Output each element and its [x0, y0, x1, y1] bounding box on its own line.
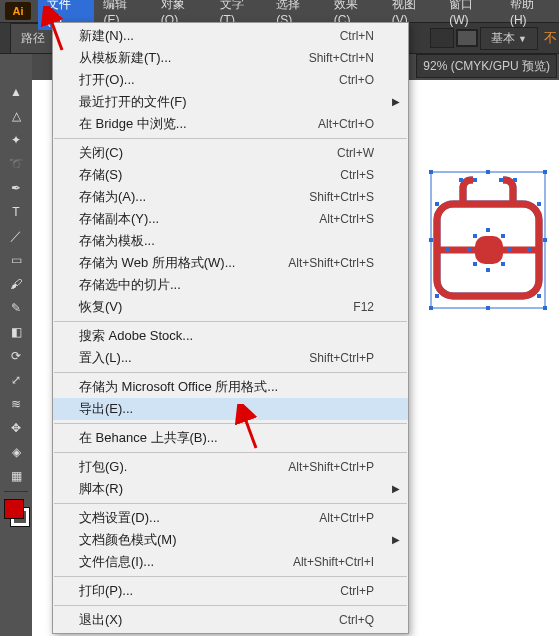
- menu-item[interactable]: 新建(N)...Ctrl+N: [53, 25, 408, 47]
- menu-item[interactable]: 关闭(C)Ctrl+W: [53, 142, 408, 164]
- type-tool-icon[interactable]: T: [2, 200, 30, 224]
- menu-item[interactable]: 在 Bridge 中浏览...Alt+Ctrl+O: [53, 113, 408, 135]
- menu-item[interactable]: 存储选中的切片...: [53, 274, 408, 296]
- svg-rect-26: [473, 262, 477, 266]
- menu-shortcut: Shift+Ctrl+S: [309, 188, 374, 206]
- menu-shortcut: Alt+Ctrl+P: [319, 509, 374, 527]
- fill-stroke-control[interactable]: [2, 497, 30, 527]
- toolbar-divider: [4, 491, 28, 492]
- rotate-tool-icon[interactable]: ⟳: [2, 344, 30, 368]
- svg-rect-22: [445, 248, 449, 252]
- fill-swatch[interactable]: [430, 28, 454, 48]
- svg-rect-25: [501, 234, 505, 238]
- submenu-arrow-icon: ▶: [392, 93, 400, 111]
- menu-item[interactable]: 存储为 Web 所用格式(W)...Alt+Shift+Ctrl+S: [53, 252, 408, 274]
- selection-tool-icon[interactable]: ▲: [2, 80, 30, 104]
- menu-item[interactable]: 存储为模板...: [53, 230, 408, 252]
- svg-rect-13: [543, 306, 547, 310]
- menu-item-label: 最近打开的文件(F): [79, 93, 378, 111]
- menu-item-label: 打印(P)...: [79, 582, 340, 600]
- menu-item[interactable]: 打包(G).Alt+Shift+Ctrl+P: [53, 456, 408, 478]
- menu-separator: [54, 321, 407, 322]
- menu-item[interactable]: 文档设置(D)...Alt+Ctrl+P: [53, 507, 408, 529]
- perspective-tool-icon[interactable]: ▦: [2, 464, 30, 488]
- menu-item[interactable]: 存储为(A)...Shift+Ctrl+S: [53, 186, 408, 208]
- menu-item[interactable]: 文档颜色模式(M)▶: [53, 529, 408, 551]
- line-tool-icon[interactable]: ／: [2, 224, 30, 248]
- menu-item[interactable]: 脚本(R)▶: [53, 478, 408, 500]
- lasso-tool-icon[interactable]: ➰: [2, 152, 30, 176]
- menu-shortcut: Alt+Ctrl+S: [319, 210, 374, 228]
- file-menu-dropdown: 新建(N)...Ctrl+N从模板新建(T)...Shift+Ctrl+N打开(…: [52, 22, 409, 634]
- menu-separator: [54, 503, 407, 504]
- svg-rect-8: [543, 170, 547, 174]
- menu-item[interactable]: 文件信息(I)...Alt+Shift+Ctrl+I: [53, 551, 408, 573]
- menu-item-label: 关闭(C): [79, 144, 337, 162]
- menubar: Ai 文件(F)编辑(E)对象(O)文字(T)选择(S)效果(C)视图(V)窗口…: [0, 0, 559, 22]
- menu-separator: [54, 423, 407, 424]
- menu-item-label: 文档颜色模式(M): [79, 531, 378, 549]
- menu-item[interactable]: 导出(E)...: [53, 398, 408, 420]
- menu-item-label: 在 Behance 上共享(B)...: [79, 429, 378, 447]
- pen-tool-icon[interactable]: ✒: [2, 176, 30, 200]
- menu-item[interactable]: 存储(S)Ctrl+S: [53, 164, 408, 186]
- menu-item-label: 存储为模板...: [79, 232, 378, 250]
- menu-separator: [54, 605, 407, 606]
- svg-rect-23: [527, 248, 531, 252]
- scale-tool-icon[interactable]: ⤢: [2, 368, 30, 392]
- menu-shortcut: Shift+Ctrl+N: [309, 49, 374, 67]
- menu-shortcut: Ctrl+S: [340, 166, 374, 184]
- svg-rect-14: [459, 178, 463, 182]
- direct-selection-tool-icon[interactable]: △: [2, 104, 30, 128]
- menu-shortcut: Alt+Ctrl+O: [318, 115, 374, 133]
- menu-shortcut: Ctrl+Q: [339, 611, 374, 629]
- menu-item[interactable]: 存储副本(Y)...Alt+Ctrl+S: [53, 208, 408, 230]
- width-tool-icon[interactable]: ≋: [2, 392, 30, 416]
- menu-item[interactable]: 打印(P)...Ctrl+P: [53, 580, 408, 602]
- menu-item-label: 新建(N)...: [79, 27, 340, 45]
- menu-item-label: 搜索 Adobe Stock...: [79, 327, 378, 345]
- menubar-item[interactable]: 帮助(H): [501, 0, 559, 30]
- menu-separator: [54, 452, 407, 453]
- menu-item[interactable]: 在 Behance 上共享(B)...: [53, 427, 408, 449]
- stroke-swatch[interactable]: [456, 29, 478, 47]
- svg-rect-9: [429, 238, 433, 242]
- menu-item[interactable]: 恢复(V)F12: [53, 296, 408, 318]
- svg-rect-29: [486, 268, 490, 272]
- menu-item-label: 打包(G).: [79, 458, 288, 476]
- pencil-tool-icon[interactable]: ✎: [2, 296, 30, 320]
- svg-rect-18: [435, 202, 439, 206]
- menu-separator: [54, 576, 407, 577]
- shape-builder-tool-icon[interactable]: ◈: [2, 440, 30, 464]
- menu-item-label: 退出(X): [79, 611, 339, 629]
- magic-wand-tool-icon[interactable]: ✦: [2, 128, 30, 152]
- svg-rect-7: [486, 170, 490, 174]
- menu-item[interactable]: 置入(L)...Shift+Ctrl+P: [53, 347, 408, 369]
- submenu-arrow-icon: ▶: [392, 480, 400, 498]
- menu-item[interactable]: 最近打开的文件(F)▶: [53, 91, 408, 113]
- menu-separator: [54, 138, 407, 139]
- menu-item-label: 脚本(R): [79, 480, 378, 498]
- free-transform-tool-icon[interactable]: ✥: [2, 416, 30, 440]
- paintbrush-tool-icon[interactable]: 🖌: [2, 272, 30, 296]
- style-dropdown[interactable]: 基本 ▼: [480, 27, 538, 50]
- menu-item[interactable]: 搜索 Adobe Stock...: [53, 325, 408, 347]
- menu-item[interactable]: 存储为 Microsoft Office 所用格式...: [53, 376, 408, 398]
- menu-shortcut: Alt+Shift+Ctrl+P: [288, 458, 374, 476]
- svg-rect-12: [486, 306, 490, 310]
- menu-shortcut: F12: [353, 298, 374, 316]
- menu-item[interactable]: 退出(X)Ctrl+Q: [53, 609, 408, 631]
- eraser-tool-icon[interactable]: ◧: [2, 320, 30, 344]
- menu-shortcut: Alt+Shift+Ctrl+I: [293, 553, 374, 571]
- menu-item-label: 从模板新建(T)...: [79, 49, 309, 67]
- menu-shortcut: Alt+Shift+Ctrl+S: [288, 254, 374, 272]
- fill-color-icon[interactable]: [4, 499, 24, 519]
- menu-item-label: 文件信息(I)...: [79, 553, 293, 571]
- menubar-item[interactable]: 窗口(W): [440, 0, 501, 30]
- menu-item[interactable]: 从模板新建(T)...Shift+Ctrl+N: [53, 47, 408, 69]
- menu-item[interactable]: 打开(O)...Ctrl+O: [53, 69, 408, 91]
- menu-item-label: 恢复(V): [79, 298, 353, 316]
- selected-artwork[interactable]: [429, 170, 547, 310]
- rectangle-tool-icon[interactable]: ▭: [2, 248, 30, 272]
- menu-item-label: 存储(S): [79, 166, 340, 184]
